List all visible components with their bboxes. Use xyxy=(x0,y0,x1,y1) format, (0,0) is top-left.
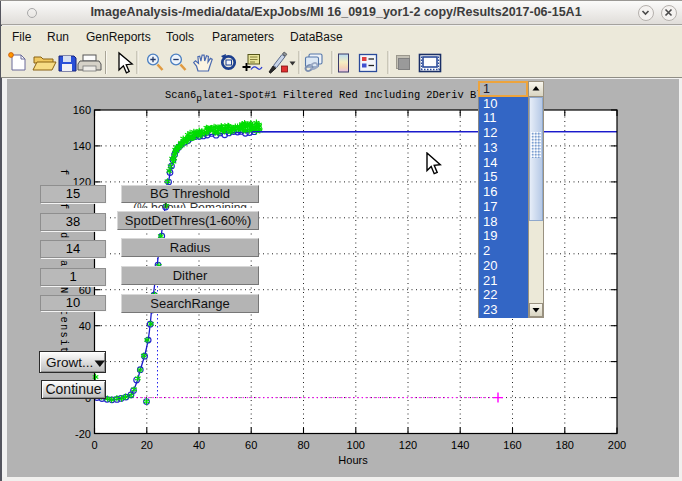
svg-text:d: d xyxy=(58,232,70,238)
svg-text:160: 160 xyxy=(503,439,521,451)
svg-text:N: N xyxy=(58,287,70,293)
svg-text:180: 180 xyxy=(556,439,574,451)
svg-text:Hours: Hours xyxy=(338,454,368,466)
svg-text:80: 80 xyxy=(297,439,309,451)
svg-text:140: 140 xyxy=(73,140,91,152)
svg-text:f: f xyxy=(58,203,70,209)
svg-text:60: 60 xyxy=(245,439,257,451)
svg-text:20: 20 xyxy=(141,439,153,451)
svg-text:140: 140 xyxy=(451,439,469,451)
svg-text:Scan6plate1-Spot#1 Filtered Re: Scan6plate1-Spot#1 Filtered Red Includin… xyxy=(165,89,489,104)
svg-text:40: 40 xyxy=(79,320,91,332)
svg-text:a: a xyxy=(58,260,70,266)
svg-text:f: f xyxy=(58,169,70,175)
svg-text:160: 160 xyxy=(73,104,91,116)
svg-text:200: 200 xyxy=(608,439,626,451)
svg-text:-20: -20 xyxy=(75,428,91,440)
svg-text:120: 120 xyxy=(399,439,417,451)
svg-text:0: 0 xyxy=(91,439,97,451)
svg-text:40: 40 xyxy=(193,439,205,451)
svg-text:100: 100 xyxy=(347,439,365,451)
